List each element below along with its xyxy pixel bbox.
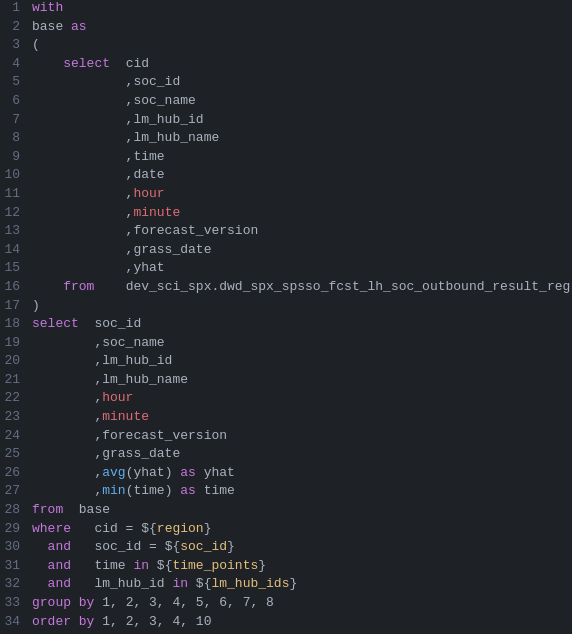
line-number: 31 [0,558,32,573]
line-number: 21 [0,372,32,387]
token-plain: , [32,205,133,220]
code-line: 25 ,grass_date [0,446,572,465]
token-kw: in [133,558,149,573]
line-number: 17 [0,298,32,313]
token-plain: soc_id [79,316,141,331]
line-number: 19 [0,335,32,350]
token-plain: , [32,186,133,201]
token-var: region [157,521,204,536]
token-plain: dev_sci_spx.dwd_spx_spsso_fcst_lh_soc_ou… [94,279,570,294]
line-number: 15 [0,260,32,275]
token-plain: ,forecast_version [32,223,258,238]
token-plain: base [32,19,71,34]
token-plain: base [63,502,110,517]
line-number: 14 [0,242,32,257]
line-number: 6 [0,93,32,108]
line-number: 4 [0,56,32,71]
token-plain: , [32,390,102,405]
line-content: ,time [32,149,165,164]
code-line: 32 and lm_hub_id in ${lm_hub_ids} [0,576,572,595]
code-line: 23 ,minute [0,409,572,428]
line-content: ( [32,37,40,52]
code-line: 3( [0,37,572,56]
code-line: 16 from dev_sci_spx.dwd_spx_spsso_fcst_l… [0,279,572,298]
line-number: 27 [0,483,32,498]
token-plain: cid [110,56,149,71]
line-number: 12 [0,205,32,220]
token-fn: min [102,483,125,498]
code-line: 11 ,hour [0,186,572,205]
line-content: ,avg(yhat) as yhat [32,465,235,480]
line-content: ,grass_date [32,242,211,257]
token-col: hour [133,186,164,201]
token-plain: soc_id = ${ [71,539,180,554]
token-plain: 1, 2, 3, 4, 5, 6, 7, 8 [94,595,273,610]
token-var: time_points [172,558,258,573]
token-col: hour [102,390,133,405]
code-line: 19 ,soc_name [0,335,572,354]
code-line: 10 ,date [0,167,572,186]
line-number: 1 [0,0,32,15]
line-number: 16 [0,279,32,294]
code-line: 22 ,hour [0,390,572,409]
code-line: 9 ,time [0,149,572,168]
line-content: ,yhat [32,260,165,275]
token-plain: ( [32,37,40,52]
line-number: 33 [0,595,32,610]
token-plain: , [32,465,102,480]
code-line: 1with [0,0,572,19]
token-kw: as [180,483,196,498]
line-content: where cid = ${region} [32,521,211,536]
line-content: group by 1, 2, 3, 4, 5, 6, 7, 8 [32,595,274,610]
line-content: ) [32,298,40,313]
token-kw: order by [32,614,94,629]
token-plain: (yhat) [126,465,181,480]
line-content: ,min(time) as time [32,483,235,498]
line-content: select soc_id [32,316,141,331]
line-number: 7 [0,112,32,127]
token-plain: } [204,521,212,536]
token-kw: in [172,576,188,591]
token-kw: and [48,539,71,554]
token-col: minute [102,409,149,424]
token-plain: ${ [188,576,211,591]
line-number: 30 [0,539,32,554]
line-content: ,forecast_version [32,223,258,238]
line-content: ,minute [32,409,149,424]
code-line: 15 ,yhat [0,260,572,279]
code-line: 13 ,forecast_version [0,223,572,242]
code-line: 28from base [0,502,572,521]
code-line: 5 ,soc_id [0,74,572,93]
line-number: 20 [0,353,32,368]
code-line: 34order by 1, 2, 3, 4, 10 [0,614,572,633]
token-plain [32,56,63,71]
token-kw: as [71,19,87,34]
token-kw: from [63,279,94,294]
line-number: 13 [0,223,32,238]
token-plain: ,time [32,149,165,164]
token-plain [32,279,63,294]
line-number: 23 [0,409,32,424]
token-plain: ,date [32,167,165,182]
code-editor: 1with2base as3(4 select cid5 ,soc_id6 ,s… [0,0,572,634]
line-content: ,lm_hub_name [32,130,219,145]
token-plain: ,lm_hub_id [32,353,172,368]
line-number: 8 [0,130,32,145]
line-content: ,forecast_version [32,428,227,443]
code-line: 17) [0,298,572,317]
token-plain: cid = ${ [71,521,157,536]
token-kw: and [48,558,71,573]
line-content: ,lm_hub_id [32,112,204,127]
token-plain: ,lm_hub_name [32,372,188,387]
code-line: 6 ,soc_name [0,93,572,112]
token-kw: from [32,502,63,517]
line-number: 34 [0,614,32,629]
line-content: ,date [32,167,165,182]
line-number: 22 [0,390,32,405]
code-line: 20 ,lm_hub_id [0,353,572,372]
token-kw: where [32,521,71,536]
line-number: 26 [0,465,32,480]
line-number: 32 [0,576,32,591]
token-plain: ) [32,298,40,313]
code-line: 24 ,forecast_version [0,428,572,447]
